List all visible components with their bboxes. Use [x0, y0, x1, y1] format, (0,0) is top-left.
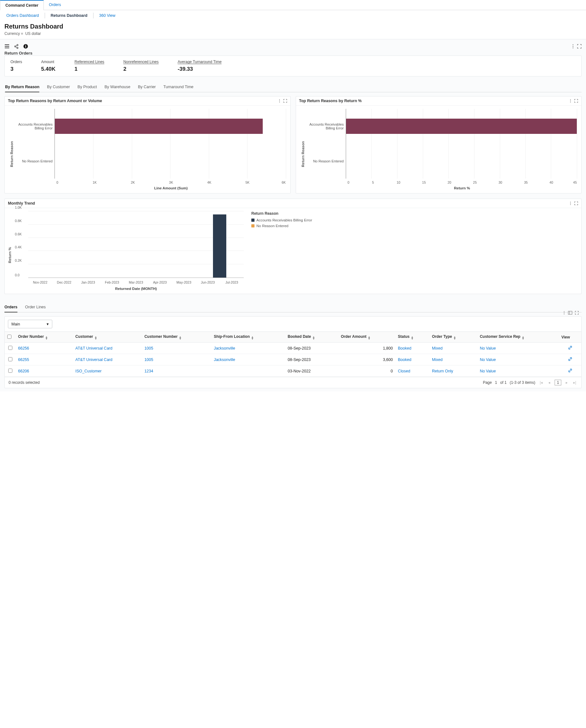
svg-point-12	[573, 46, 573, 47]
row-checkbox[interactable]	[8, 369, 12, 373]
page-current: 1	[495, 380, 497, 385]
orders-table-card: Main ▾ Order Number▲▼ Customer▲▼ Custome…	[4, 316, 582, 388]
sort-icon[interactable]: ▲▼	[179, 336, 182, 340]
col-customer[interactable]: Customer	[75, 334, 93, 339]
more-vertical-icon[interactable]	[563, 311, 565, 315]
share-icon[interactable]	[14, 44, 19, 49]
view-link-icon[interactable]	[568, 368, 573, 373]
page-prev-button[interactable]: ◂	[547, 380, 552, 385]
status-link[interactable]: Closed	[398, 369, 410, 373]
col-customer-number[interactable]: Customer Number	[144, 334, 178, 339]
page-input[interactable]: 1	[555, 380, 561, 385]
bar[interactable]	[55, 119, 263, 134]
more-vertical-icon[interactable]	[571, 44, 575, 49]
customer-number-link[interactable]: 1005	[144, 346, 153, 351]
row-checkbox[interactable]	[8, 357, 12, 361]
status-link[interactable]: Booked	[398, 357, 411, 362]
sort-icon[interactable]: ▲▼	[45, 336, 48, 340]
table-row: 66206ISO_Customer123403-Nov-20220ClosedR…	[5, 366, 581, 377]
page-last-button[interactable]: ▸|	[572, 380, 578, 385]
tab-orders-list[interactable]: Orders	[4, 302, 18, 312]
csr-link[interactable]: No Value	[480, 346, 496, 351]
sort-icon[interactable]: ▲▼	[522, 336, 525, 340]
ship-from-link[interactable]: Jacksonville	[214, 346, 235, 351]
sort-icon[interactable]: ▲▼	[95, 336, 97, 340]
col-order-number[interactable]: Order Number	[18, 334, 44, 339]
expand-icon[interactable]	[283, 99, 287, 103]
svg-point-18	[570, 101, 571, 101]
legend-item[interactable]: No Reason Entered	[251, 224, 312, 228]
chart-top-return-amount: Top Return Reasons by Return Amount or V…	[4, 96, 291, 194]
svg-line-6	[16, 45, 17, 46]
col-order-type[interactable]: Order Type	[432, 334, 452, 339]
col-csr[interactable]: Customer Service Rep	[480, 334, 521, 339]
customer-number-link[interactable]: 1005	[144, 357, 153, 362]
sort-icon[interactable]: ▲▼	[312, 336, 315, 340]
tab-orders-dashboard[interactable]: Orders Dashboard	[3, 12, 42, 19]
select-all-checkbox[interactable]	[7, 335, 11, 339]
menu-icon[interactable]	[4, 44, 9, 49]
more-vertical-icon[interactable]	[569, 99, 572, 103]
row-checkbox[interactable]	[8, 346, 12, 350]
svg-rect-10	[25, 46, 26, 48]
svg-point-14	[279, 99, 280, 100]
tab-orders[interactable]: Orders	[44, 0, 66, 10]
tab-turnaround-time[interactable]: Turnaround Time	[163, 82, 194, 92]
order-number-link[interactable]: 66255	[18, 357, 29, 362]
order-number-link[interactable]: 66206	[18, 369, 29, 373]
legend-swatch	[251, 224, 255, 227]
col-ship-from[interactable]: Ship-From Location	[214, 334, 250, 339]
customer-link[interactable]: ISO_Customer	[75, 369, 102, 373]
order-type-link[interactable]: Mixed	[432, 346, 443, 351]
tab-by-return-reason[interactable]: By Return Reason	[5, 82, 39, 92]
view-dropdown[interactable]: Main ▾	[8, 320, 52, 328]
col-order-amount[interactable]: Order Amount	[341, 334, 366, 339]
tab-by-carrier[interactable]: By Carrier	[138, 82, 156, 92]
view-link-icon[interactable]	[568, 356, 573, 361]
view-link-icon[interactable]	[568, 345, 573, 350]
y-axis-label: Return Reason	[10, 141, 14, 167]
more-vertical-icon[interactable]	[278, 99, 281, 103]
svg-rect-26	[568, 311, 572, 315]
page-first-button[interactable]: |◂	[538, 380, 544, 385]
info-icon[interactable]	[23, 44, 28, 49]
csr-link[interactable]: No Value	[480, 357, 496, 362]
customer-link[interactable]: AT&T Universal Card	[75, 357, 112, 362]
kpi-nonreferenced-label: Nonreferenced Lines	[123, 60, 158, 64]
tab-order-lines[interactable]: Order Lines	[25, 302, 46, 312]
legend-item[interactable]: Accounts Receivables Billing Error	[251, 218, 312, 222]
tab-returns-dashboard[interactable]: Returns Dashboard	[48, 12, 91, 19]
tab-360-view[interactable]: 360 View	[96, 12, 118, 19]
sort-icon[interactable]: ▲▼	[453, 336, 456, 340]
expand-icon[interactable]	[577, 44, 582, 49]
tab-by-warehouse[interactable]: By Warehouse	[105, 82, 131, 92]
svg-point-21	[570, 203, 571, 204]
ship-from-link[interactable]: Jacksonville	[214, 357, 235, 362]
order-type-link[interactable]: Return Only	[432, 369, 453, 373]
kpi-referenced-value: 1	[75, 66, 104, 72]
customer-number-link[interactable]: 1234	[144, 369, 153, 373]
sort-icon[interactable]: ▲▼	[251, 336, 254, 340]
col-booked-date[interactable]: Booked Date	[288, 334, 311, 339]
expand-icon[interactable]	[574, 99, 578, 103]
order-type-link[interactable]: Mixed	[432, 357, 443, 362]
chart-top-return-percent: Top Return Reasons by Return % Return Re…	[296, 96, 582, 194]
sidebar-toggle-icon[interactable]	[568, 311, 572, 315]
csr-link[interactable]: No Value	[480, 369, 496, 373]
customer-link[interactable]: AT&T Universal Card	[75, 346, 112, 351]
expand-icon[interactable]	[574, 201, 578, 205]
status-link[interactable]: Booked	[398, 346, 411, 351]
tab-by-product[interactable]: By Product	[78, 82, 97, 92]
tab-command-center[interactable]: Command Center	[0, 0, 44, 10]
sort-icon[interactable]: ▲▼	[368, 336, 371, 340]
page-next-button[interactable]: ▸	[564, 380, 569, 385]
col-status[interactable]: Status	[398, 334, 409, 339]
bar[interactable]	[346, 119, 577, 134]
bar[interactable]	[213, 215, 226, 278]
expand-icon[interactable]	[575, 311, 579, 315]
panel-title: Return Orders	[4, 51, 582, 55]
order-number-link[interactable]: 66256	[18, 346, 29, 351]
more-vertical-icon[interactable]	[569, 201, 572, 205]
tab-by-customer[interactable]: By Customer	[47, 82, 70, 92]
sort-icon[interactable]: ▲▼	[411, 336, 414, 340]
